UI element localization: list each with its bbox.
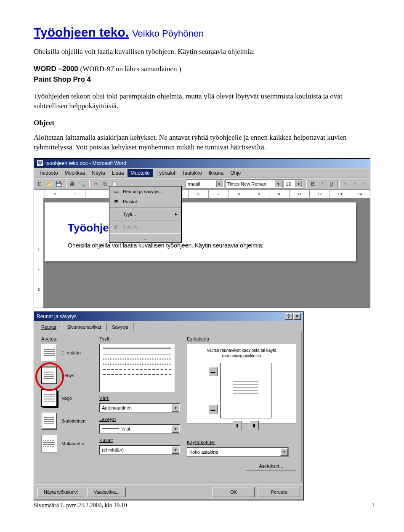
separator [305,180,307,188]
font-combo[interactable]: Times New Roman [225,179,283,189]
style-combo[interactable]: rmaali [186,179,224,189]
word-titlebar: W tyoohjeen teko.doc - Microsoft Word [34,159,370,168]
vari-dropdown[interactable]: Automaattinen [99,403,180,412]
menu-ikkuna[interactable]: Ikkuna [206,169,226,177]
leveys-dropdown[interactable]: ½ pt [99,424,180,434]
tab-sivunreunaviivat[interactable]: Sivunreunaviivat [61,323,106,331]
esikatselu-column: Esikatselu Valitse reunaviivat kaaviosta… [187,336,296,471]
preview-icon[interactable]: 🔍 [78,179,86,189]
footer-left: Sivumäärä 1, pvm.24.2.2004, klo 19.10 [34,502,127,509]
new-doc-icon[interactable]: 🗋 [36,179,44,189]
open-icon[interactable]: 📂 [45,179,53,189]
help-icon[interactable]: ? [285,313,292,320]
show-toolbar-button[interactable]: Näytä työkalurivi [37,487,84,497]
section-heading-ohjeet: Ohjeet [34,119,375,127]
kuvat-label: Kuvat: [99,438,179,443]
object-icon: ◧ [113,223,120,230]
separator [88,180,90,188]
menu-nayta[interactable]: Näytä [89,169,108,177]
copy-icon[interactable]: ⧉ [101,179,109,189]
menu-lisaa[interactable]: Lisää [109,169,127,177]
dropdown-objekti: ◧Objekti... [109,222,181,232]
tyyli-listbox[interactable] [99,344,175,392]
bold-icon[interactable]: B [308,179,317,189]
word-menubar: Tiedosto Muokkaa Näytä Lisää Muotoile Ty… [34,168,370,178]
italic-icon[interactable]: I [318,179,326,189]
page-pane: Työohjeen teko Oheisilla ohjeilla voit l… [44,198,370,308]
word-toolbar: 🗋 📂 💾 🖶 🔍 ✂ ⧉ 📋 ▭Reunat ja sävytys... ≣P… [34,178,370,190]
tab-reunat[interactable]: Reunat [36,323,61,331]
dialog-footer: Näytä työkalurivi Vaakaviiva... OK Peruu… [34,484,303,500]
menu-tiedosto[interactable]: Tiedosto [36,169,61,177]
word-window: W tyoohjeen teko.doc - Microsoft Word Ti… [34,158,370,308]
menu-tyokalut[interactable]: Työkalut [154,169,178,177]
menu-taulukko[interactable]: Taulukko [179,169,205,177]
edge-bottom-button[interactable]: ▬ [208,405,218,414]
borders-dialog: Reunat ja sävytys ? ✕ Reunat Sivunreunav… [34,311,304,500]
body-para-1: Työohjeiden tekoon olisi toki parempiaki… [34,92,375,111]
align-center-icon[interactable]: ≡ [351,179,359,189]
dialog-titlebar: Reunat ja sävytys ? ✕ [34,312,303,321]
title-main: Työohjeen teko. [34,25,129,39]
asetus-label: Asetus: [41,336,92,341]
tyyli-label: Tyyli: [99,336,179,341]
asetus-mukautettu[interactable]: Mukautettu [41,435,92,452]
edge-top-button[interactable]: ▬ [208,367,218,376]
asetus-ei-mitaan[interactable]: Ei mitään [41,344,92,362]
horizontal-ruler: 2 1 4 5 6 7 8 9 10 11 12 13 14 [34,190,370,198]
ok-button[interactable]: OK [213,487,255,497]
cancel-button[interactable]: Peruuta [258,487,300,497]
fontsize-combo[interactable]: 12 [284,179,303,189]
underline-icon[interactable]: U [327,179,336,189]
dialog-title-text: Reunat ja sävytys [37,314,77,319]
edge-left-button[interactable]: ▮ [233,421,242,430]
tyyli-column: Tyyli: Väri: Automaattinen Leveys: ½ pt [99,336,179,471]
edge-right-button[interactable]: ▮ [250,421,259,430]
program-psp: Paint Shop Pro 4 [34,75,91,83]
esikatselu-label: Esikatselu [187,336,296,341]
dropdown-divider [109,233,181,234]
muotoile-dropdown: ▭Reunat ja sävytys... ≣Palstat... Tyyli.… [109,186,182,243]
page-footer: Sivumäärä 1, pvm.24.2.2004, klo 19.10 1 [34,502,375,509]
menu-muotoile[interactable]: Muotoile [128,169,152,177]
asetukset-button[interactable]: Asetukset... [246,461,296,471]
title-author: Veikko Pöyhönen [132,28,204,39]
cut-icon[interactable]: ✂ [91,179,100,189]
close-icon[interactable]: ✕ [293,313,301,320]
dropdown-divider [109,207,181,208]
tab-savytys[interactable]: Sävytys [106,323,134,331]
kohde-dropdown[interactable]: Koko asiakirja [187,447,289,457]
dropdown-tyyli[interactable]: Tyyli... [109,209,181,219]
vertical-ruler: --1-2 [34,198,44,308]
align-right-icon[interactable]: ≡ [360,179,368,189]
print-icon[interactable]: 🖶 [68,179,77,189]
asetus-column: Asetus: Ei mitään Kehys Varjo [41,336,92,471]
vari-label: Väri: [99,396,179,401]
asetus-3d[interactable]: 3-ulotteinen [41,412,92,430]
separator [338,180,340,188]
asetus-varjo[interactable]: Varjo [41,389,92,407]
word-title-text: tyoohjeen teko.doc - Microsoft Word [45,160,126,166]
save-icon[interactable]: 💾 [54,179,63,189]
doc-heading: Työohjeen teko [68,221,333,234]
menu-muokkaa[interactable]: Muokkaa [62,169,88,177]
footer-page-number: 1 [372,502,375,509]
dropdown-expand-icon[interactable]: ⌄ [109,234,181,242]
dropdown-palstat[interactable]: ≣Palstat... [109,197,181,207]
asetus-kehys[interactable]: Kehys [41,367,92,384]
preview-page [220,363,271,418]
kohde-label: Käyttökohde: [187,440,296,445]
kuvat-dropdown[interactable]: (ei mitään) [99,445,180,455]
menu-ohje[interactable]: Ohje [227,169,244,177]
program-word-note: (WORD-97 on lähes samanlainen ) [80,65,181,73]
doc-page: Työohjeen teko Oheisilla ohjeilla voit l… [45,202,356,261]
body-para-2: Aloitetaan laittamalla asiakirjaan kehyk… [34,133,375,152]
dialog-body: Asetus: Ei mitään Kehys Varjo [36,331,302,482]
leveys-label: Leveys: [99,417,179,422]
doc-paragraph: Oheisilla ohjeilla voit laatia kuvallise… [68,242,333,249]
borders-icon: ▭ [113,188,120,195]
align-left-icon[interactable]: ≡ [341,179,350,189]
dropdown-reunat[interactable]: ▭Reunat ja sävytys... [109,186,181,197]
page-title: Työohjeen teko. Veikko Pöyhönen [34,25,375,40]
horizontal-line-button[interactable]: Vaakaviiva... [88,487,126,497]
